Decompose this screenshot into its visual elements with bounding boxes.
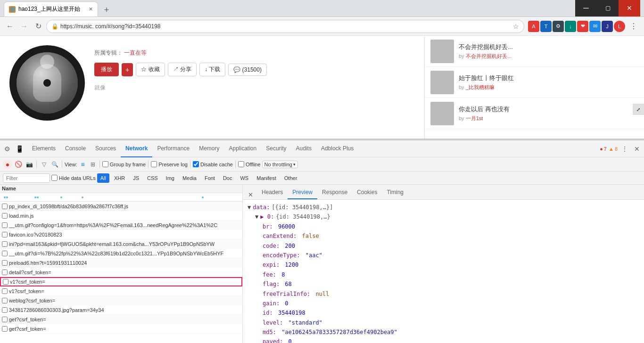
ext-icon-2[interactable]: T (540, 21, 552, 32)
filter-all-button[interactable]: All (97, 173, 109, 183)
preserve-log-input[interactable] (151, 161, 157, 167)
request-item-6[interactable]: preload6.htm?t=15991931110024 (0, 258, 242, 268)
comment-button[interactable]: 💬 (31500) (228, 64, 267, 76)
request-item-4[interactable]: ini?pd=mail163&pkid=fjWGUOS&pkht=email.1… (0, 239, 242, 249)
ext-icon-3[interactable]: ⚙ (553, 21, 564, 32)
group-by-frame-input[interactable] (102, 161, 108, 167)
browser-menu-button[interactable]: ⋮ (627, 20, 640, 33)
tab-application[interactable]: Application (224, 140, 261, 157)
record-button[interactable]: ● (3, 160, 12, 169)
add-button[interactable]: + (122, 63, 133, 76)
filter-input[interactable] (3, 173, 50, 183)
detail-tab-response[interactable]: Response (317, 186, 352, 199)
filter-xhr-button[interactable]: XHR (111, 173, 128, 183)
request-item-1[interactable]: load.min.js (0, 211, 242, 220)
request-checkbox-8[interactable] (3, 279, 8, 285)
request-checkbox-10[interactable] (2, 298, 8, 303)
clear-button[interactable]: 🚫 (14, 160, 23, 169)
request-checkbox-12[interactable] (2, 317, 8, 322)
filter-other-button[interactable]: Other (281, 173, 301, 183)
request-checkbox-4[interactable] (2, 241, 8, 247)
request-item-8[interactable]: v1?csrf_token= (0, 277, 242, 286)
devtools-icon-device[interactable]: 📱 (14, 144, 25, 154)
filter-font-button[interactable]: Font (201, 173, 218, 183)
back-button[interactable]: ← (4, 20, 16, 33)
right-author-link-2[interactable]: 一月1st (466, 115, 483, 121)
tab-memory[interactable]: Memory (194, 140, 224, 157)
request-checkbox-7[interactable] (2, 270, 8, 275)
request-checkbox-5[interactable] (2, 251, 8, 256)
close-window-button[interactable]: ✕ (619, 0, 640, 16)
offline-checkbox[interactable]: Offline (238, 161, 261, 167)
collect-button[interactable]: ☆ 收藏 (136, 63, 165, 76)
request-checkbox-13[interactable] (2, 326, 8, 332)
tab-close-icon[interactable]: ✕ (89, 6, 93, 12)
expand-button[interactable]: ⤢ (633, 104, 644, 115)
detail-tab-headers[interactable]: Headers (257, 186, 288, 199)
tab-network[interactable]: Network (121, 140, 152, 157)
hide-data-urls-checkbox[interactable]: Hide data URLs (51, 175, 96, 181)
devtools-close-button[interactable]: ✕ (632, 144, 642, 154)
address-bar[interactable]: 🔒 https://music. com/#/song?id=35440198 … (46, 20, 524, 33)
collapse-icon[interactable]: ▼ (248, 203, 251, 212)
hide-data-urls-input[interactable] (51, 175, 58, 181)
request-item-10[interactable]: weblog?csrf_token= (0, 296, 242, 305)
tab-sources[interactable]: Sources (91, 140, 121, 157)
request-item-7[interactable]: detail?csrf_token= (0, 268, 242, 277)
detail-tab-cookies[interactable]: Cookies (352, 186, 382, 199)
tab-adblock[interactable]: Adblock Plus (316, 140, 358, 157)
ext-icon-1[interactable]: A (528, 21, 539, 32)
filter-img-button[interactable]: Img (163, 173, 178, 183)
offline-input[interactable] (238, 161, 244, 167)
ext-icon-5[interactable]: ❤ (577, 21, 588, 32)
request-checkbox-11[interactable] (2, 307, 8, 313)
filter-doc-button[interactable]: Doc (220, 173, 236, 183)
ext-icon-7[interactable]: J (602, 21, 613, 32)
filter-media-button[interactable]: Media (179, 173, 200, 183)
right-author-link-0[interactable]: 不会并挖掘机好丢... (466, 53, 512, 59)
request-item-9[interactable]: v1?csrf_token= (0, 286, 242, 296)
tree-view-button[interactable]: ⊞ (89, 160, 97, 169)
ext-icon-4[interactable]: ↓ (565, 21, 576, 32)
preserve-log-checkbox[interactable]: Preserve log (151, 161, 188, 167)
request-item-11[interactable]: 343817286086030303.jpg?param=34y34 (0, 305, 242, 315)
filter-button[interactable]: ▽ (39, 160, 49, 169)
request-checkbox-0[interactable] (2, 204, 8, 209)
refresh-button[interactable]: ↻ (32, 20, 44, 33)
devtools-icon-settings[interactable]: ⚙ (2, 144, 12, 154)
request-checkbox-3[interactable] (2, 232, 8, 237)
request-item-13[interactable]: get?csrf_token= (0, 324, 242, 334)
minimize-button[interactable]: ─ (575, 0, 597, 16)
filter-ws-button[interactable]: WS (237, 173, 252, 183)
download-button[interactable]: ↓ 下载 (199, 63, 225, 76)
group-by-frame-checkbox[interactable]: Group by frame (102, 161, 146, 167)
tab-elements[interactable]: Elements (27, 140, 60, 157)
detail-tab-timing[interactable]: Timing (382, 186, 408, 199)
disable-cache-input[interactable] (193, 161, 199, 167)
ext-icon-6[interactable]: ✉ (589, 21, 601, 32)
request-item-0[interactable]: pp_index_di_10598bft/da26b83d699a2867f7c… (0, 202, 242, 211)
request-item-2[interactable]: __utm.gif?configlog=1&from=https%3A%2F%2… (0, 220, 242, 230)
album-link[interactable]: 一直在等 (124, 49, 147, 56)
tab-performance[interactable]: Performance (152, 140, 194, 157)
devtools-more-button[interactable]: ⋮ (619, 144, 630, 154)
detail-tab-preview[interactable]: Preview (288, 186, 317, 199)
tab-audits[interactable]: Audits (291, 140, 316, 157)
throttle-select[interactable]: No throttling ▾ (262, 161, 298, 168)
maximize-button[interactable]: ▢ (597, 0, 619, 16)
request-checkbox-6[interactable] (2, 260, 8, 266)
request-item-3[interactable]: favicon.ico?v20180823 (0, 230, 242, 239)
detail-close-button[interactable]: ✕ (246, 190, 255, 199)
request-checkbox-1[interactable] (2, 213, 8, 219)
forward-button[interactable]: → (18, 20, 30, 33)
share-button[interactable]: ↗ 分享 (168, 63, 197, 76)
screenshot-button[interactable]: 📷 (25, 160, 34, 169)
disable-cache-checkbox[interactable]: Disable cache (193, 161, 233, 167)
play-button[interactable]: 播放 (94, 63, 119, 76)
request-item-12[interactable]: get?csrf_token= (0, 315, 242, 324)
star-icon[interactable]: ☆ (513, 23, 519, 30)
request-item-5[interactable]: __utm.gif?di=%7B%22fp%22%3A%22c83f619b1d… (0, 249, 242, 258)
filter-js-button[interactable]: JS (130, 173, 142, 183)
tab-console[interactable]: Console (60, 140, 91, 157)
filter-css-button[interactable]: CSS (144, 173, 161, 183)
